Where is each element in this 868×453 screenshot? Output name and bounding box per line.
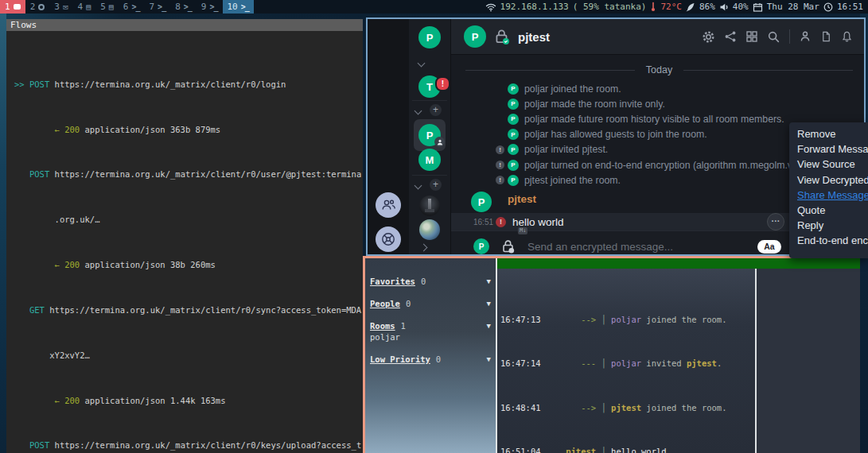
workspace-number: 2 [30,2,36,12]
composer-input[interactable]: Send an encrypted message... [527,241,673,253]
notification-badge: ! [435,76,450,91]
explore-button[interactable] [376,226,401,252]
workspace-icon [184,2,192,11]
flow-line[interactable]: ← 200 application/json 1.44k 163ms [14,395,363,406]
buffer-count: 0 [406,299,411,308]
message-context-menu: Remove Forward Message View Source View … [789,122,868,258]
context-menu-item[interactable]: Remove [789,126,868,141]
workspace-icon [131,2,139,11]
buffer-list-panel: Favorites 0 People 0 Rooms 1 poljar [365,258,496,453]
unverified-shield-icon: ! [496,217,506,227]
notifications-bell-icon[interactable] [841,30,853,43]
widgets-grid-icon[interactable] [745,30,758,43]
search-icon[interactable] [767,30,780,44]
workspace-number: 6 [123,2,129,12]
chevron-down-icon[interactable] [415,107,422,115]
flow-line[interactable]: GET https://termina.org.uk/_matrix/clien… [14,304,363,316]
context-menu-item[interactable]: Forward Message [789,141,868,157]
workspace-icon [38,4,45,10]
workspace-icon [241,2,249,11]
workspace-number: 1 [5,2,10,12]
room-avatar-tower[interactable] [419,196,440,216]
user-avatar[interactable]: P [418,26,441,48]
settings-gear-icon[interactable] [702,30,715,44]
event-avatar: P [508,129,519,140]
chat-buffer: Scroll up to load more mess 16:47:13 -->… [497,269,755,453]
member-list-icon[interactable] [799,30,812,43]
workspace-button[interactable]: 9 [197,0,223,14]
buffer-row[interactable]: Rooms 1 [365,320,496,331]
buffer-label: Low Priority [370,354,430,364]
workspace-number: 9 [201,2,207,12]
chevron-down-icon[interactable] [415,182,422,190]
flow-line[interactable]: .org.uk/… [14,214,363,225]
workspace-button[interactable]: 10 [223,0,254,14]
header-divider [789,29,790,44]
workspace-button[interactable]: 5 [95,0,119,14]
flow-line[interactable]: >> POST https://termina.org.uk/_matrix/c… [14,79,363,90]
buffer-row[interactable]: People 0 [365,298,496,309]
workspace-button[interactable]: 6 [119,0,145,14]
event-text: poljar made future room history visible … [524,114,784,125]
room-avatar-m[interactable]: M [418,149,441,171]
flow-line[interactable]: POST https://termina.org.uk/_matrix/clie… [14,439,363,451]
sender-avatar[interactable]: P [471,192,492,212]
flow-line[interactable]: ← 200 application/json 38b 260ms [14,259,363,270]
event-avatar: P [508,99,519,110]
warning-icon: ! [496,176,504,184]
formatting-button[interactable]: Aa [757,240,781,254]
terminal-matrix-window: Favorites 0 People 0 Rooms 1 poljar [363,256,860,453]
chevron-right-icon[interactable] [420,244,428,252]
composer-lock-icon [500,238,516,254]
workspace-button[interactable]: 1 [0,0,25,14]
buffer-count: 0 [436,354,441,364]
workspace-button[interactable]: 2 [25,0,50,14]
clock-icon [823,2,833,12]
collapse-triangle-icon[interactable] [487,355,491,363]
workspace-icon [109,2,114,11]
context-menu-item[interactable]: Share Message [789,188,868,203]
context-menu-item[interactable]: Reply [789,218,868,233]
collapse-triangle-icon[interactable] [487,277,491,285]
add-room-icon[interactable] [430,104,442,116]
cpu-meter-icon [686,2,695,12]
context-menu-item[interactable]: View Decrypted S [789,172,868,188]
composer-avatar: P [473,238,489,254]
flow-line[interactable]: POST https://termina.org.uk/_matrix/clie… [14,168,363,180]
ip-address: 192.168.1.133 [500,2,569,12]
flows-title: Flows [6,19,363,31]
add-room-icon[interactable] [430,179,442,191]
temperature: 72°C [660,2,682,12]
message-options-button[interactable]: ··· [767,213,784,230]
markdown-toggle[interactable]: M↓ [518,227,527,234]
workspace-number: 4 [78,2,84,12]
files-icon[interactable] [820,30,832,43]
workspace-button[interactable]: 3 [49,0,72,14]
collapse-triangle-icon[interactable] [487,322,491,330]
flow-line[interactable]: ← 200 application/json 363b 879ms [14,124,363,135]
status-bar: 1 2 3 4 5 6 [0,0,868,14]
share-icon[interactable] [724,30,737,43]
encrypted-lock-icon [493,28,511,45]
buffer-count: 1 [401,321,406,331]
members-button[interactable] [376,192,401,218]
flow-line[interactable]: xY2xvY2… [14,350,363,361]
room-avatar[interactable]: P [464,25,486,48]
context-menu-item[interactable]: View Source [789,157,868,172]
buffer-row[interactable]: Low Priority 0 [365,354,496,365]
collapse-triangle-icon[interactable] [487,300,491,308]
chat-log-line: 16:47:13 --> │ poljar joined the room. [500,315,755,326]
context-menu-item[interactable]: End-to-end encry [789,233,868,248]
workspace-button[interactable]: 8 [170,0,197,14]
workspace-button[interactable]: 7 [144,0,170,14]
workspace-button[interactable]: 4 [73,0,96,14]
event-text: poljar joined the room. [524,83,621,95]
buffer-row[interactable]: poljar [365,331,496,343]
room-avatar-earth[interactable] [419,219,440,240]
compass-icon [380,231,396,247]
date-divider: Today [465,64,853,76]
context-menu-item[interactable]: Quote [789,203,868,218]
sender-name[interactable]: pjtest [508,192,536,205]
chevron-down-icon[interactable] [418,60,426,68]
buffer-row[interactable]: Favorites 0 [365,276,496,287]
